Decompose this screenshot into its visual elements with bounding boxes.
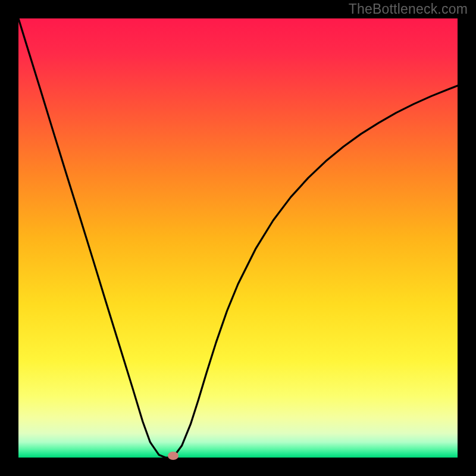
chart-frame: TheBottleneck.com: [0, 0, 476, 476]
watermark-text: TheBottleneck.com: [349, 1, 468, 17]
gradient-background: [18, 18, 458, 458]
svg-rect-0: [18, 18, 458, 458]
optimum-marker: [168, 452, 178, 460]
plot-area: [18, 18, 458, 458]
